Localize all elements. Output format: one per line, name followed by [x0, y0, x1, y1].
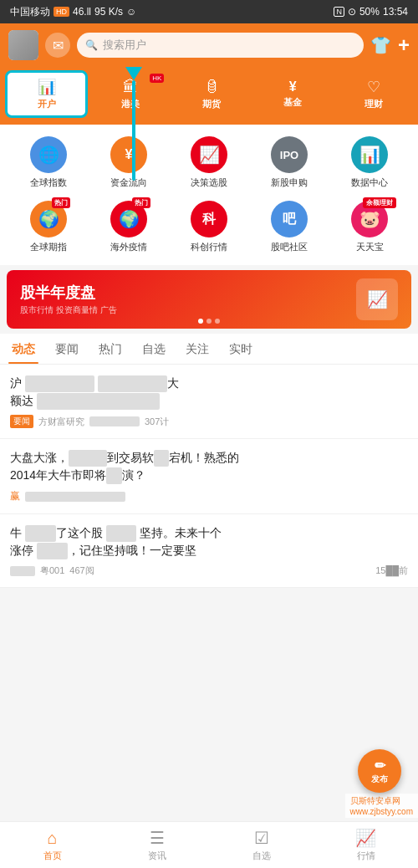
global-futures-label: 全球期指 — [30, 241, 67, 253]
kaidu-icon: 📊 — [38, 78, 56, 96]
tab-qihuo[interactable]: 🛢 期货 — [172, 70, 250, 118]
news-title-3: 牛 ████了这个股 ████ 坚持。未来十个 涨停 ████，记住坚持哦！一定… — [10, 524, 408, 559]
battery-level: 50% — [359, 6, 380, 18]
blurred-1: █████████ — [25, 375, 94, 392]
guba-icon: 吧 — [271, 201, 308, 237]
blurred-2: █████████ — [98, 375, 167, 392]
kechuang-label: 科创行情 — [191, 241, 227, 253]
quick-item-kechuang[interactable]: 科 科创行情 — [176, 201, 242, 253]
bluetooth-icon: ⊙ — [348, 6, 356, 18]
news-meta-1: 要闻 方财富研究 307计 — [10, 415, 408, 428]
search-bar[interactable]: 🔍 搜索用户 — [77, 33, 364, 58]
tab-kaidu[interactable]: 📊 开户 — [5, 70, 88, 118]
status-left: 中国移动 HD 46.ll 95 K/s ☺ — [10, 5, 136, 19]
jijin-label: 基金 — [283, 96, 302, 109]
guba-label: 股吧社区 — [271, 241, 308, 253]
blurred-meta-2 — [25, 492, 125, 502]
shirt-icon[interactable]: 👕 — [370, 35, 391, 55]
news-tab-shishi[interactable]: 实时 — [226, 334, 256, 364]
publish-label: 发布 — [371, 774, 388, 785]
search-icon: 🔍 — [85, 39, 98, 51]
quick-item-global-index[interactable]: 🌐 全球指数 — [15, 136, 82, 189]
ipo-label: 新股申购 — [271, 176, 308, 189]
blurred-meta-1 — [89, 416, 140, 426]
message-icon[interactable]: ✉ — [45, 33, 70, 58]
arrow-indicator — [125, 67, 142, 181]
app-header: ✉ 🔍 搜索用户 👕 + — [0, 23, 418, 67]
publish-icon: ✏ — [375, 758, 385, 774]
blurred-7: ████ — [25, 525, 56, 542]
face-icon: ☺ — [126, 6, 136, 18]
bottom-item-watchlist[interactable]: ☑ 自选 — [209, 822, 314, 868]
hot-badge-1: 热门 — [52, 197, 70, 208]
bottom-item-home[interactable]: ⌂ 首页 — [0, 822, 104, 868]
header-actions: 👕 + — [370, 33, 410, 57]
news-tab-yawen[interactable]: 要闻 — [52, 334, 82, 364]
quick-menu: 🌐 全球指数 ¥ 资金流向 📈 决策选股 IPO 新股申购 📊 数据中心 🌍 热… — [0, 125, 418, 265]
bottom-item-news[interactable]: ☰ 资讯 — [104, 822, 209, 868]
blurred-6: ██ — [106, 467, 121, 484]
quick-item-guba[interactable]: 吧 股吧社区 — [256, 201, 323, 253]
licai-label: 理财 — [364, 98, 383, 110]
avatar[interactable] — [8, 30, 38, 60]
global-futures-icon: 🌍 热门 — [30, 201, 67, 237]
quick-item-overseas-epidemic[interactable]: 🌍 热门 海外疫情 — [95, 201, 162, 253]
publish-fab-button[interactable]: ✏ 发布 — [358, 749, 401, 793]
quick-item-ipo[interactable]: IPO 新股申购 — [256, 136, 323, 189]
market-label: 行情 — [357, 850, 375, 862]
blurred-meta-3 — [10, 566, 35, 576]
news-meta-3: 粤001 467阅 15██前 — [10, 564, 408, 577]
qihuo-icon: 🛢 — [204, 79, 219, 96]
overseas-epidemic-label: 海外疫情 — [110, 241, 147, 253]
status-bar: 中国移动 HD 46.ll 95 K/s ☺ N ⊙ 50% 13:54 — [0, 0, 418, 23]
watchlist-icon: ☑ — [254, 828, 269, 848]
news-count-1: 307计 — [145, 416, 169, 428]
nfc-icon: N — [334, 7, 344, 17]
jijin-icon: ¥ — [289, 79, 297, 94]
news-item-1[interactable]: 沪 █████████ █████████大 额达 ██████████████… — [0, 365, 418, 439]
news-source-3: 粤001 — [40, 564, 64, 577]
nav-tabs: 📊 开户 HK 🏛 港美 🛢 期货 ¥ 基金 ♡ 理财 — [0, 67, 418, 125]
carrier-label: 中国移动 — [10, 5, 50, 19]
bottom-item-market[interactable]: 📈 行情 — [314, 822, 418, 868]
news-section: 动态 要闻 热门 自选 关注 实时 沪 █████████ █████████大… — [0, 334, 418, 588]
quick-item-stock-pick[interactable]: 📈 决策选股 — [176, 136, 242, 189]
news-reads-3: 467阅 — [69, 564, 94, 577]
tab-licai[interactable]: ♡ 理财 — [335, 70, 413, 118]
ipo-icon: IPO — [271, 136, 308, 173]
news-item-3[interactable]: 牛 ████了这个股 ████ 坚持。未来十个 涨停 ████，记住坚持哦！一定… — [0, 514, 418, 588]
blurred-5: ██ — [154, 450, 169, 467]
add-icon[interactable]: + — [398, 33, 410, 57]
blurred-8: ████ — [106, 525, 137, 542]
quick-item-tianbao[interactable]: 🐷 余额理财 天天宝 — [336, 201, 403, 253]
watchlist-label: 自选 — [252, 850, 271, 862]
news-tab-dongtai[interactable]: 动态 — [8, 334, 38, 364]
promotion-banner[interactable]: 股半年度盘 股市行情 投资商量情 广告 📈 — [7, 270, 411, 329]
qihuo-label: 期货 — [202, 98, 221, 110]
quick-row-2: 🌍 热门 全球期指 🌍 热门 海外疫情 科 科创行情 吧 股吧社区 🐷 余额理财 — [0, 197, 418, 257]
global-index-label: 全球指数 — [30, 176, 67, 189]
news-label: 资讯 — [148, 850, 166, 862]
quick-item-global-futures[interactable]: 🌍 热门 全球期指 — [15, 201, 82, 253]
tianbao-icon: 🐷 余额理财 — [351, 201, 388, 237]
hd-badge: HD — [54, 7, 69, 17]
global-index-icon: 🌐 — [30, 136, 67, 173]
quick-item-data-center[interactable]: 📊 数据中心 — [336, 136, 403, 189]
data-speed: 95 K/s — [94, 6, 123, 18]
news-item-2[interactable]: 大盘大涨，█████到交易软██宕机！熟悉的 2014年大牛市即将██演？ 赢 — [0, 439, 418, 514]
banner-subtitle: 股市行情 投资商量情 广告 — [20, 304, 117, 316]
news-tab-guanzhu[interactable]: 关注 — [182, 334, 212, 364]
home-icon: ⌂ — [47, 829, 57, 848]
news-tab-zixuan[interactable]: 自选 — [139, 334, 169, 364]
blurred-9: ████ — [37, 543, 68, 559]
kechuang-icon: 科 — [191, 201, 227, 237]
tab-jijin[interactable]: ¥ 基金 — [254, 70, 332, 118]
blurred-4: █████ — [69, 450, 107, 467]
overseas-epidemic-icon: 🌍 热门 — [110, 201, 147, 237]
banner-dots — [198, 319, 220, 324]
news-tab-remen[interactable]: 热门 — [95, 334, 125, 364]
news-tag-1: 要闻 — [10, 415, 33, 428]
news-title-1: 沪 █████████ █████████大 额达 ██████████████… — [10, 375, 408, 410]
licai-icon: ♡ — [367, 78, 380, 96]
tianbao-label: 天天宝 — [356, 241, 384, 253]
